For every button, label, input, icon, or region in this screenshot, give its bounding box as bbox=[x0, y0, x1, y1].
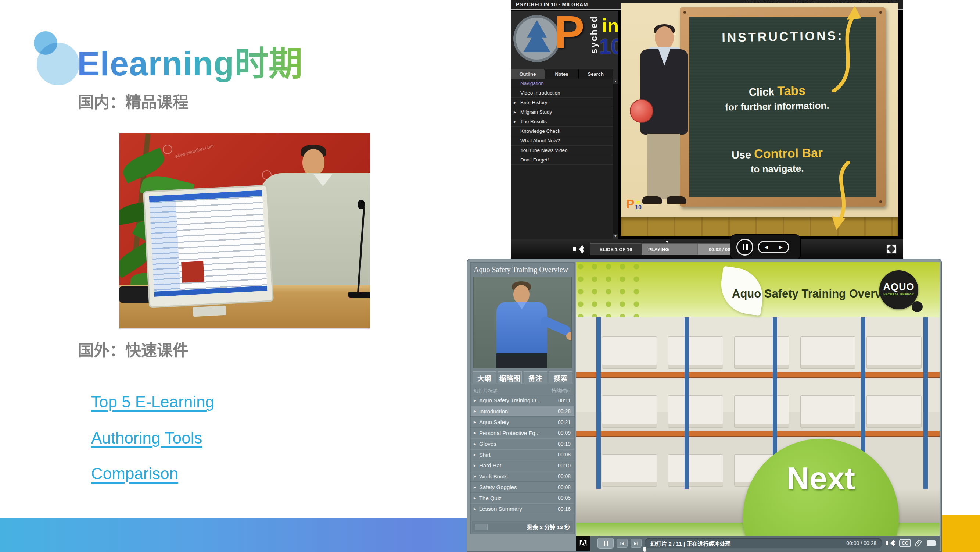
next-slide-button[interactable]: ▶| bbox=[630, 539, 641, 547]
slide-counter: SLIDE 1 OF 16 bbox=[590, 244, 642, 255]
play-arrow-icon: ▶ bbox=[474, 496, 476, 500]
board-line2-pre: Use bbox=[732, 148, 751, 161]
page-title: Elearning时期 bbox=[77, 36, 303, 85]
slide-item-duration: 00:08 bbox=[558, 451, 571, 458]
board-nail bbox=[879, 200, 882, 203]
camera-button[interactable] bbox=[926, 538, 936, 548]
instructor-face bbox=[655, 27, 674, 49]
slide-item-work-boots[interactable]: ▶Work Boots00:08 bbox=[471, 471, 574, 482]
aquo-logo-dot bbox=[912, 301, 923, 312]
tab-thumbnails[interactable]: 缩略图 bbox=[498, 372, 522, 384]
slide-item-hard-hat[interactable]: ▶Hard Hat00:10 bbox=[471, 460, 574, 471]
pause-button[interactable] bbox=[598, 538, 614, 549]
brain-model bbox=[630, 99, 653, 123]
pallet bbox=[668, 454, 723, 487]
tab-notes[interactable]: 备注 bbox=[523, 372, 547, 384]
presenter-collar bbox=[517, 302, 527, 309]
expand-arrow-icon: ▶ bbox=[514, 120, 516, 124]
pallet bbox=[867, 337, 921, 369]
monitor-stand bbox=[192, 306, 226, 317]
speaker-wave bbox=[581, 246, 584, 253]
scroll-up-icon[interactable]: ▲ bbox=[613, 79, 618, 84]
aquo-player-window: Aquo Safety Training Overview 大纲 缩略图 备注 … bbox=[467, 258, 942, 552]
stage-title: Aquo Safety Training Overview bbox=[732, 287, 900, 300]
tab-notes[interactable]: Notes bbox=[545, 69, 579, 79]
milgram-stage: INSTRUCTIONS: Click Tabs for further inf… bbox=[621, 3, 898, 236]
slide-item-aquo-safety-training-overview[interactable]: ▶Aquo Safety Training O...00:11 bbox=[471, 395, 574, 406]
pallet bbox=[668, 395, 723, 428]
milgram-window-title: PSYCHED IN 10 - MILGRAM bbox=[516, 2, 588, 7]
photo-watermark-ring bbox=[163, 145, 172, 154]
outline-item-label: What About Now? bbox=[520, 138, 560, 144]
pause-button[interactable] bbox=[737, 239, 753, 255]
presenter-pants bbox=[496, 353, 547, 369]
link-top5-elearning[interactable]: Top 5 E-Learning bbox=[91, 393, 214, 411]
slide-item-aquo-safety[interactable]: ▶Aquo Safety00:21 bbox=[471, 417, 574, 428]
presenter-shirt bbox=[496, 302, 547, 354]
rack-post bbox=[923, 317, 928, 490]
presenter-shirt bbox=[260, 173, 370, 291]
outline-item-dont-forget[interactable]: Don't Forget! bbox=[511, 155, 613, 165]
seek-thumb[interactable] bbox=[643, 547, 646, 552]
progress-box bbox=[475, 524, 488, 530]
outline-item-youtube-news-video[interactable]: YouTube News Video bbox=[511, 146, 613, 155]
board-line2-accent: Control Bar bbox=[754, 146, 823, 161]
slide-item-label: Safety Goggles bbox=[479, 484, 558, 490]
sidebar-footer: 剩余 2 分钟 13 秒 bbox=[472, 521, 573, 532]
aquo-window-title: Aquo Safety Training Overview bbox=[471, 263, 574, 276]
outline-item-the-results[interactable]: ▶The Results bbox=[511, 117, 613, 126]
pallet bbox=[800, 337, 856, 369]
outline-item-label: Navigation bbox=[520, 81, 544, 86]
outline-item-knowledge-check[interactable]: Knowledge Check bbox=[511, 126, 613, 136]
attachments-button[interactable] bbox=[914, 538, 923, 548]
closed-captions-button[interactable]: CC bbox=[899, 539, 911, 547]
decor-circle-large bbox=[37, 43, 80, 85]
outline-item-milgram-study[interactable]: ▶Milgram Study bbox=[511, 107, 613, 117]
outline-item-label: YouTube News Video bbox=[520, 147, 568, 153]
link-authoring-tools[interactable]: Authoring Tools bbox=[91, 429, 202, 447]
monitor-window-content bbox=[176, 196, 267, 290]
scroll-down-icon[interactable]: ▼ bbox=[613, 233, 618, 239]
outline-item-navigation[interactable]: Navigation bbox=[511, 79, 613, 88]
slide-item-duration: 00:11 bbox=[558, 397, 571, 404]
speaker-icon[interactable] bbox=[573, 244, 584, 254]
outline-item-what-about-now[interactable]: What About Now? bbox=[511, 136, 613, 146]
speaker-icon[interactable] bbox=[885, 538, 896, 548]
fullscreen-button[interactable] bbox=[886, 244, 897, 254]
outline-item-label: The Results bbox=[520, 119, 547, 124]
playback-status-track[interactable]: 幻灯片 2 / 11 | 正在进行缓冲处理 00:00 / 00:28 bbox=[644, 538, 882, 548]
foreign-label: 国外：快速课件 bbox=[78, 338, 188, 361]
play-arrow-icon: ▶ bbox=[474, 420, 476, 424]
logo-ten: 10 bbox=[599, 34, 618, 59]
milgram-sidebar: P syched in 10 Outline Notes Search Navi… bbox=[511, 11, 618, 239]
slide-item-personal-protective-equipment[interactable]: ▶Personal Protective Eq...00:09 bbox=[471, 428, 574, 439]
slide-item-the-quiz[interactable]: ▶The Quiz00:05 bbox=[471, 493, 574, 504]
monitor-screen bbox=[149, 190, 267, 297]
previous-slide-button[interactable]: |◀ bbox=[617, 539, 628, 547]
slide-item-introduction[interactable]: ▶Introduction00:28 bbox=[471, 406, 574, 417]
outline-scrollbar[interactable]: ▲ ▼ bbox=[613, 79, 618, 239]
seek-caret-icon[interactable]: ▼ bbox=[665, 239, 669, 244]
outline-item-video-introduction[interactable]: Video Introduction bbox=[511, 88, 613, 98]
duration-column-header: 持续时间 bbox=[552, 387, 571, 394]
next-button[interactable]: ▶ bbox=[779, 244, 782, 250]
previous-button[interactable]: ◀ bbox=[764, 244, 768, 250]
slide-item-duration: 00:10 bbox=[558, 463, 571, 469]
slide-item-shirt[interactable]: ▶Shirt00:08 bbox=[471, 449, 574, 460]
tab-search[interactable]: Search bbox=[579, 69, 613, 79]
slide-item-duration: 00:08 bbox=[558, 484, 571, 490]
rack-post bbox=[684, 317, 689, 490]
slide-item-safety-goggles[interactable]: ▶Safety Goggles00:08 bbox=[471, 482, 574, 493]
slide-item-gloves[interactable]: ▶Gloves00:19 bbox=[471, 438, 574, 449]
link-comparison[interactable]: Comparison bbox=[91, 464, 178, 483]
outline-item-brief-history[interactable]: ▶Brief History bbox=[511, 98, 613, 107]
pallet bbox=[602, 337, 657, 369]
outline-item-label: Brief History bbox=[520, 100, 547, 105]
tab-outline[interactable]: 大纲 bbox=[473, 372, 496, 384]
pallet bbox=[867, 395, 921, 428]
tab-outline[interactable]: Outline bbox=[511, 69, 545, 79]
tab-search[interactable]: 搜索 bbox=[549, 372, 573, 384]
slide-item-lesson-summary[interactable]: ▶Lesson Summary00:16 bbox=[471, 503, 574, 514]
outline-item-label: Milgram Study bbox=[520, 109, 552, 115]
play-arrow-icon: ▶ bbox=[474, 507, 476, 511]
